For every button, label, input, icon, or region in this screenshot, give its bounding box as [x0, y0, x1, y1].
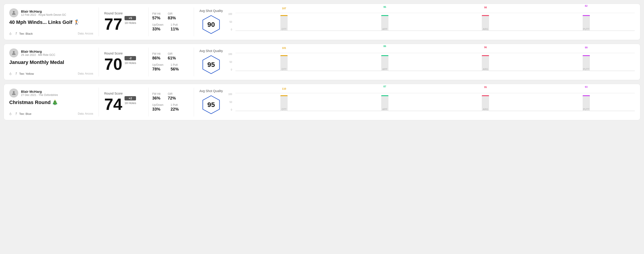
svg-point-8 [13, 91, 15, 93]
score-main: 77 +5 18 Holes [104, 16, 143, 32]
bar-value-label: 107 [282, 7, 286, 10]
bar-value-label: 101 [282, 47, 286, 49]
y-axis-label: 50 [230, 101, 232, 103]
user-meta: 29 Jan 2022 · Mill Ride GCC [21, 53, 55, 57]
score-section: Round Score 74 +2 18 Holes [99, 84, 148, 120]
tee-row: Tee: Yellow [9, 72, 34, 75]
data-source-label: Data: Arccos [78, 72, 93, 75]
bar-x-label: OTT [282, 28, 286, 30]
bar-group-app: 86APP [336, 55, 434, 71]
weather-icon [9, 32, 13, 35]
data-source-label: Data: Arccos [78, 112, 93, 115]
tee-label: Tee: Blue [19, 112, 31, 116]
hexagon-wrapper: 95 [201, 95, 221, 115]
y-axis-label: 100 [228, 53, 232, 55]
user-row: Blair McHarg 29 Jan 2022 · Mill Ride GCC [9, 48, 93, 57]
stat-item: FW Hit 86% [152, 52, 160, 61]
bar-x-label: ARG [483, 28, 488, 30]
hexagon-score: 90 [207, 21, 215, 28]
round-title: January Monthly Medal [9, 59, 93, 66]
bar-fill [583, 15, 590, 16]
stat-label: Up/Down [152, 63, 163, 66]
user-name: Blair McHarg [21, 50, 55, 53]
bar-fill [381, 95, 388, 96]
avatar [9, 8, 18, 17]
bar-fill [280, 55, 288, 56]
quality-label: Avg Shot Quality [200, 9, 223, 13]
card-footer: Tee: Blue Data: Arccos [9, 112, 93, 116]
stat-item: 1 Putt 22% [170, 103, 179, 112]
avatar [9, 89, 18, 98]
stats-row-2: Up/Down 33% 1 Putt 22% [152, 103, 190, 112]
tee-row: Tee: Black [9, 32, 33, 35]
stat-item: 1 Putt 11% [170, 23, 179, 31]
bar-fill [583, 55, 590, 56]
bar-chart: 100500107OTT95APP98ARG82PUTT [228, 8, 635, 35]
bar-chart: 100500110OTT87APP95ARG93PUTT [228, 89, 635, 116]
data-source-label: Data: Arccos [78, 32, 93, 35]
quality-label: Avg Shot Quality [200, 89, 223, 93]
bar-value-label: 96 [484, 46, 487, 49]
bar-group-ott: 110OTT [236, 95, 333, 111]
grid-line-top [236, 53, 635, 53]
bars-area: 100500101OTT86APP96ARG99PUTT [228, 53, 635, 75]
bar-group-putt: 99PUTT [538, 55, 635, 71]
stat-value: 83% [168, 16, 176, 20]
user-row: Blair McHarg 27 Dec 2021 · The Oxfordshi… [9, 89, 93, 98]
stat-item: GIR 83% [168, 12, 176, 20]
bar-value-label: 95 [484, 86, 487, 89]
score-section: Round Score 77 +5 18 Holes [99, 4, 148, 40]
quality-section: Avg Shot Quality 95 100500110OTT87APP95A… [194, 84, 640, 120]
score-right: +2 18 Holes [124, 96, 136, 106]
hexagon-wrapper: 90 [201, 14, 221, 35]
user-info: Blair McHarg 27 Dec 2021 · The Oxfordshi… [21, 90, 58, 97]
bar-fill [381, 15, 388, 16]
stat-item: Up/Down 33% [152, 23, 163, 31]
round-card-1[interactable]: Blair McHarg 12 Feb 2022 · Royal North D… [4, 3, 640, 40]
y-axis-label: 50 [230, 21, 232, 23]
stat-value: 56% [170, 67, 179, 72]
golf-icon [14, 72, 18, 75]
bar-value-label: 98 [484, 6, 487, 9]
bar-group-putt: 93PUTT [538, 95, 635, 111]
bar-value-label: 93 [585, 86, 588, 88]
quality-left: Avg Shot Quality 95 [200, 49, 223, 75]
bar-fill [280, 95, 288, 96]
score-main: 74 +2 18 Holes [104, 96, 143, 112]
bar-value-label: 86 [384, 45, 386, 47]
quality-label: Avg Shot Quality [200, 49, 223, 53]
bar-fill [583, 95, 590, 96]
y-axis: 100500 [228, 93, 233, 111]
stat-label: GIR [168, 52, 176, 55]
weather-icon [9, 72, 13, 75]
bar-x-label: PUTT [583, 28, 590, 30]
card-footer: Tee: Black Data: Arccos [9, 32, 93, 35]
quality-section: Avg Shot Quality 95 100500101OTT86APP96A… [194, 44, 640, 80]
score-holes: 18 Holes [124, 21, 136, 24]
score-label: Round Score [104, 92, 143, 95]
stat-value: 11% [170, 27, 179, 31]
score-badge: -2 [124, 56, 136, 60]
stat-value: 78% [152, 67, 163, 72]
score-number: 74 [104, 96, 122, 112]
score-right: +5 18 Holes [124, 16, 136, 25]
stat-value: 33% [152, 107, 163, 112]
bar-x-label: PUTT [583, 108, 590, 111]
score-number: 70 [104, 56, 122, 72]
round-card-3[interactable]: Blair McHarg 27 Dec 2021 · The Oxfordshi… [4, 84, 640, 120]
weather-icon [9, 112, 13, 116]
bar-x-label: OTT [282, 68, 286, 70]
stats-section: FW Hit 86% GIR 61% Up/Down 78% 1 Putt 56… [149, 44, 194, 80]
hexagon-score: 95 [207, 101, 215, 109]
bar-value-label: 87 [384, 85, 386, 88]
bar-value-label: 110 [282, 87, 286, 90]
stat-item: Up/Down 33% [152, 103, 163, 112]
score-holes: 18 Holes [124, 101, 136, 105]
stats-section: FW Hit 36% GIR 72% Up/Down 33% 1 Putt 22… [149, 84, 194, 120]
rounds-list: Blair McHarg 12 Feb 2022 · Royal North D… [4, 3, 640, 120]
card-footer: Tee: Yellow Data: Arccos [9, 72, 93, 75]
round-card-2[interactable]: Blair McHarg 29 Jan 2022 · Mill Ride GCC… [4, 44, 640, 80]
y-axis-label: 0 [231, 28, 232, 31]
y-axis-label: 100 [228, 13, 232, 15]
tee-label: Tee: Black [19, 32, 33, 35]
